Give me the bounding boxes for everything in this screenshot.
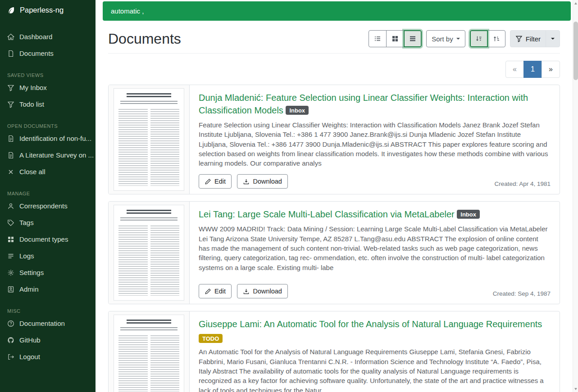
- sidebar-item-label: A Literature Survey on ...: [19, 150, 94, 160]
- document-title: Giuseppe Lami: An Automatic Tool for the…: [199, 318, 551, 330]
- search-bar: [103, 1, 571, 21]
- filter-dropdown-toggle[interactable]: [546, 30, 560, 47]
- logout-icon: [7, 353, 14, 360]
- detail-view-button[interactable]: [404, 30, 422, 47]
- download-icon: [243, 178, 250, 185]
- download-button[interactable]: Download: [237, 174, 288, 189]
- sidebar-item-label: Identification of non-fu...: [19, 134, 91, 143]
- pencil-icon: [205, 288, 211, 295]
- tag-badge-todo[interactable]: TODO: [199, 334, 223, 343]
- search-input[interactable]: [103, 7, 571, 15]
- funnel-icon: [7, 101, 14, 108]
- sidebar-item-logout[interactable]: Logout: [0, 348, 96, 365]
- tag-badge-inbox[interactable]: Inbox: [286, 106, 309, 115]
- document-thumbnail[interactable]: [109, 85, 190, 194]
- list-view-button[interactable]: [369, 30, 387, 47]
- download-button-label: Download: [253, 288, 282, 295]
- document-actions: Edit Download: [199, 174, 288, 189]
- sidebar-item-label: Admin: [19, 284, 39, 294]
- download-button[interactable]: Download: [237, 284, 288, 298]
- file-text-icon: [7, 135, 14, 142]
- sidebar-item-github[interactable]: GitHub: [0, 332, 96, 348]
- gear-icon: [7, 269, 14, 276]
- sort-by-dropdown[interactable]: Sort by: [426, 30, 465, 47]
- document-title: Dunja Mladenić: Feature Selection using …: [199, 91, 551, 117]
- sidebar-item-label: My Inbox: [19, 83, 47, 92]
- sidebar-item-label: Settings: [19, 268, 44, 277]
- toolbar: Sort by: [369, 30, 560, 47]
- main-content: Documents: [96, 22, 573, 392]
- tag-badge-inbox[interactable]: Inbox: [457, 210, 480, 219]
- app-brand[interactable]: Paperless-ng: [0, 0, 96, 20]
- sidebar-section-misc: MISC: [0, 305, 96, 315]
- document-card-body: Dunja Mladenić: Feature Selection using …: [190, 85, 560, 194]
- edit-button-label: Edit: [214, 288, 226, 295]
- sidebar-item-label: Tags: [19, 218, 34, 227]
- document-title-link[interactable]: Dunja Mladenić: Feature Selection using …: [199, 93, 528, 115]
- paperless-logo-icon: [7, 6, 15, 14]
- filter-button[interactable]: Filter: [510, 30, 546, 47]
- edit-button[interactable]: Edit: [199, 174, 232, 189]
- thumbnail-text-columns: [118, 335, 179, 392]
- document-card: Lei Tang: Large Scale Multi-Label Classi…: [108, 201, 560, 304]
- grid-view-button[interactable]: [386, 30, 404, 47]
- edit-button[interactable]: Edit: [199, 284, 232, 298]
- scroll-down-arrow[interactable]: [573, 386, 578, 392]
- sidebar-item-label: Documents: [19, 49, 54, 58]
- sidebar-item-todo-list[interactable]: Todo list: [0, 96, 96, 113]
- pagination-previous-button[interactable]: «: [505, 61, 524, 78]
- document-title-link[interactable]: Giuseppe Lami: An Automatic Tool for the…: [199, 319, 542, 329]
- thumbnail-meta-lines: [120, 327, 177, 331]
- top-navbar: [96, 0, 573, 22]
- question-circle-icon: [7, 320, 14, 327]
- chevron-down-icon: [456, 38, 460, 40]
- sidebar-item-admin[interactable]: Admin: [0, 281, 96, 297]
- scrollbar-thumb[interactable]: [573, 22, 578, 80]
- list-view-icon: [374, 35, 381, 42]
- tag-row: TODO: [199, 334, 551, 343]
- filter-label: Filter: [526, 35, 541, 43]
- sidebar-item-documentation[interactable]: Documentation: [0, 315, 96, 332]
- sidebar-item-document-types[interactable]: Document types: [0, 231, 96, 248]
- document-thumbnail[interactable]: [109, 202, 190, 304]
- sidebar-item-label: Close all: [19, 167, 46, 176]
- app-brand-label: Paperless-ng: [20, 6, 64, 14]
- github-icon: [7, 337, 14, 344]
- sidebar-item-open-document-2[interactable]: A Literature Survey on ...: [0, 147, 96, 163]
- sidebar-item-label: Logs: [19, 251, 34, 261]
- sidebar-item-open-document-1[interactable]: Identification of non-fu...: [0, 130, 96, 147]
- sort-descending-button[interactable]: [470, 30, 488, 47]
- document-thumbnail[interactable]: [109, 311, 190, 392]
- sidebar-item-tags[interactable]: Tags: [0, 214, 96, 231]
- created-date: Created: Sep 4, 1987: [493, 290, 551, 298]
- sort-up-icon: [493, 35, 500, 42]
- download-icon: [243, 288, 250, 295]
- scroll-up-arrow[interactable]: [573, 0, 578, 6]
- sidebar-item-close-all[interactable]: Close all: [0, 163, 96, 180]
- document-actions: Edit Download: [199, 284, 288, 298]
- sidebar-section-manage: MANAGE: [0, 187, 96, 198]
- close-icon: [7, 168, 14, 176]
- document-title-link[interactable]: Lei Tang: Large Scale Multi-Label Classi…: [199, 209, 455, 219]
- person-badge-icon: [7, 286, 14, 293]
- sidebar-item-logs[interactable]: Logs: [0, 248, 96, 264]
- sidebar-item-label: Dashboard: [19, 32, 52, 41]
- sidebar-item-documents[interactable]: Documents: [0, 45, 96, 62]
- vertical-scrollbar[interactable]: [573, 0, 578, 392]
- sidebar-item-label: GitHub: [19, 335, 41, 345]
- pagination-next-button[interactable]: »: [542, 61, 560, 78]
- thumbnail-title-lines: [127, 93, 171, 97]
- document-card: Giuseppe Lami: An Automatic Tool for the…: [108, 311, 560, 392]
- sidebar-item-settings[interactable]: Settings: [0, 264, 96, 281]
- pagination-page-1-button[interactable]: 1: [523, 61, 542, 78]
- document-title: Lei Tang: Large Scale Multi-Label Classi…: [199, 208, 551, 221]
- list-icon: [7, 252, 14, 260]
- sidebar-item-dashboard[interactable]: Dashboard: [0, 28, 96, 45]
- person-icon: [7, 203, 14, 210]
- grid-icon: [7, 236, 14, 243]
- sidebar-item-correspondents[interactable]: Correspondents: [0, 198, 96, 214]
- sort-ascending-button[interactable]: [487, 30, 505, 47]
- sidebar-item-label: Correspondents: [19, 201, 68, 211]
- sidebar-section-saved-views: SAVED VIEWS: [0, 69, 96, 79]
- sidebar-item-my-inbox[interactable]: My Inbox: [0, 79, 96, 96]
